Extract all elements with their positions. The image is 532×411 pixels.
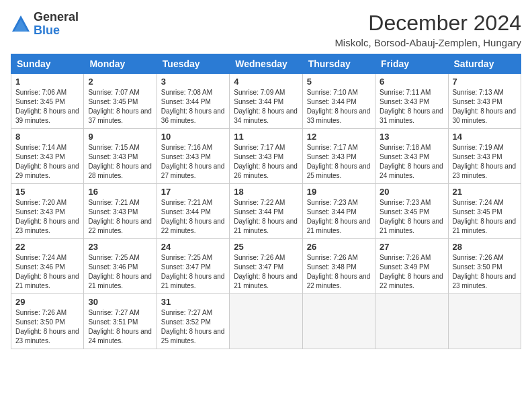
day-info: Sunrise: 7:22 AMSunset: 3:44 PMDaylight:…	[234, 198, 298, 236]
calendar-day-cell: 12Sunrise: 7:17 AMSunset: 3:43 PMDayligh…	[302, 129, 375, 184]
calendar-day-cell: 22Sunrise: 7:24 AMSunset: 3:46 PMDayligh…	[11, 239, 84, 294]
calendar-day-cell: 25Sunrise: 7:26 AMSunset: 3:47 PMDayligh…	[230, 239, 302, 294]
day-number: 19	[307, 187, 371, 197]
day-info: Sunrise: 7:26 AMSunset: 3:50 PMDaylight:…	[15, 308, 79, 346]
day-info: Sunrise: 7:27 AMSunset: 3:52 PMDaylight:…	[161, 308, 225, 346]
day-info: Sunrise: 7:21 AMSunset: 3:43 PMDaylight:…	[88, 198, 152, 236]
day-info: Sunrise: 7:26 AMSunset: 3:48 PMDaylight:…	[307, 253, 371, 291]
day-number: 15	[15, 187, 79, 197]
location-title: Miskolc, Borsod-Abauj-Zemplen, Hungary	[335, 37, 521, 48]
day-number: 29	[15, 297, 79, 307]
page-header: General Blue December 2024 Miskolc, Bors…	[11, 11, 521, 48]
calendar-header-tuesday: Tuesday	[157, 54, 229, 74]
logo: General Blue	[11, 11, 79, 38]
day-number: 30	[88, 297, 152, 307]
calendar-header-row: SundayMondayTuesdayWednesdayThursdayFrid…	[11, 54, 521, 74]
calendar-day-cell: 3Sunrise: 7:08 AMSunset: 3:44 PMDaylight…	[157, 74, 229, 129]
calendar-day-cell: 4Sunrise: 7:09 AMSunset: 3:44 PMDaylight…	[230, 74, 302, 129]
calendar-week-5: 29Sunrise: 7:26 AMSunset: 3:50 PMDayligh…	[11, 294, 521, 349]
day-number: 23	[88, 242, 152, 252]
calendar-day-cell: 10Sunrise: 7:16 AMSunset: 3:43 PMDayligh…	[157, 129, 229, 184]
day-number: 12	[307, 132, 371, 142]
calendar-day-cell: 18Sunrise: 7:22 AMSunset: 3:44 PMDayligh…	[230, 184, 302, 239]
calendar-day-cell: 7Sunrise: 7:13 AMSunset: 3:43 PMDaylight…	[448, 74, 521, 129]
day-info: Sunrise: 7:19 AMSunset: 3:43 PMDaylight:…	[453, 143, 517, 181]
calendar-day-cell: 26Sunrise: 7:26 AMSunset: 3:48 PMDayligh…	[302, 239, 375, 294]
calendar-header-wednesday: Wednesday	[230, 54, 302, 74]
calendar-day-cell	[448, 294, 521, 349]
calendar-week-4: 22Sunrise: 7:24 AMSunset: 3:46 PMDayligh…	[11, 239, 521, 294]
calendar-day-cell: 21Sunrise: 7:24 AMSunset: 3:45 PMDayligh…	[448, 184, 521, 239]
calendar-body: 1Sunrise: 7:06 AMSunset: 3:45 PMDaylight…	[11, 74, 521, 349]
calendar-day-cell: 19Sunrise: 7:23 AMSunset: 3:44 PMDayligh…	[302, 184, 375, 239]
calendar-day-cell: 24Sunrise: 7:25 AMSunset: 3:47 PMDayligh…	[157, 239, 229, 294]
day-number: 9	[88, 132, 152, 142]
calendar-day-cell: 17Sunrise: 7:21 AMSunset: 3:44 PMDayligh…	[157, 184, 229, 239]
day-number: 24	[161, 242, 225, 252]
day-number: 11	[234, 132, 298, 142]
day-info: Sunrise: 7:26 AMSunset: 3:50 PMDaylight:…	[453, 253, 517, 291]
month-title: December 2024	[335, 11, 521, 36]
calendar-day-cell: 28Sunrise: 7:26 AMSunset: 3:50 PMDayligh…	[448, 239, 521, 294]
calendar-week-1: 1Sunrise: 7:06 AMSunset: 3:45 PMDaylight…	[11, 74, 521, 129]
day-number: 3	[161, 77, 225, 87]
day-info: Sunrise: 7:17 AMSunset: 3:43 PMDaylight:…	[234, 143, 298, 181]
calendar-day-cell: 16Sunrise: 7:21 AMSunset: 3:43 PMDayligh…	[84, 184, 157, 239]
calendar-day-cell: 1Sunrise: 7:06 AMSunset: 3:45 PMDaylight…	[11, 74, 84, 129]
calendar-day-cell: 20Sunrise: 7:23 AMSunset: 3:45 PMDayligh…	[375, 184, 448, 239]
calendar-week-2: 8Sunrise: 7:14 AMSunset: 3:43 PMDaylight…	[11, 129, 521, 184]
calendar-day-cell: 23Sunrise: 7:25 AMSunset: 3:46 PMDayligh…	[84, 239, 157, 294]
calendar-day-cell: 8Sunrise: 7:14 AMSunset: 3:43 PMDaylight…	[11, 129, 84, 184]
day-info: Sunrise: 7:25 AMSunset: 3:46 PMDaylight:…	[88, 253, 152, 291]
day-number: 5	[307, 77, 371, 87]
logo-general-text: General	[34, 11, 79, 24]
day-info: Sunrise: 7:26 AMSunset: 3:49 PMDaylight:…	[380, 253, 443, 291]
calendar-day-cell: 13Sunrise: 7:18 AMSunset: 3:43 PMDayligh…	[375, 129, 448, 184]
day-number: 18	[234, 187, 298, 197]
day-info: Sunrise: 7:21 AMSunset: 3:44 PMDaylight:…	[161, 198, 225, 236]
calendar-day-cell: 31Sunrise: 7:27 AMSunset: 3:52 PMDayligh…	[157, 294, 229, 349]
day-info: Sunrise: 7:11 AMSunset: 3:43 PMDaylight:…	[380, 88, 443, 126]
day-number: 16	[88, 187, 152, 197]
calendar-week-3: 15Sunrise: 7:20 AMSunset: 3:43 PMDayligh…	[11, 184, 521, 239]
calendar-day-cell	[230, 294, 302, 349]
calendar-header-friday: Friday	[375, 54, 448, 74]
day-number: 13	[380, 132, 443, 142]
day-info: Sunrise: 7:20 AMSunset: 3:43 PMDaylight:…	[15, 198, 79, 236]
calendar-day-cell: 29Sunrise: 7:26 AMSunset: 3:50 PMDayligh…	[11, 294, 84, 349]
day-info: Sunrise: 7:09 AMSunset: 3:44 PMDaylight:…	[234, 88, 298, 126]
day-info: Sunrise: 7:25 AMSunset: 3:47 PMDaylight:…	[161, 253, 225, 291]
day-info: Sunrise: 7:17 AMSunset: 3:43 PMDaylight:…	[307, 143, 371, 181]
calendar-header-monday: Monday	[84, 54, 157, 74]
day-number: 2	[88, 77, 152, 87]
calendar-day-cell: 14Sunrise: 7:19 AMSunset: 3:43 PMDayligh…	[448, 129, 521, 184]
calendar-day-cell: 30Sunrise: 7:27 AMSunset: 3:51 PMDayligh…	[84, 294, 157, 349]
day-info: Sunrise: 7:24 AMSunset: 3:46 PMDaylight:…	[15, 253, 79, 291]
day-number: 26	[307, 242, 371, 252]
calendar-header-sunday: Sunday	[11, 54, 84, 74]
day-info: Sunrise: 7:07 AMSunset: 3:45 PMDaylight:…	[88, 88, 152, 126]
calendar-day-cell: 27Sunrise: 7:26 AMSunset: 3:49 PMDayligh…	[375, 239, 448, 294]
day-info: Sunrise: 7:16 AMSunset: 3:43 PMDaylight:…	[161, 143, 225, 181]
calendar-day-cell: 11Sunrise: 7:17 AMSunset: 3:43 PMDayligh…	[230, 129, 302, 184]
logo-text: General Blue	[34, 11, 79, 38]
day-info: Sunrise: 7:10 AMSunset: 3:44 PMDaylight:…	[307, 88, 371, 126]
day-info: Sunrise: 7:08 AMSunset: 3:44 PMDaylight:…	[161, 88, 225, 126]
calendar-header-saturday: Saturday	[448, 54, 521, 74]
day-info: Sunrise: 7:15 AMSunset: 3:43 PMDaylight:…	[88, 143, 152, 181]
logo-icon	[11, 14, 31, 34]
calendar-day-cell: 15Sunrise: 7:20 AMSunset: 3:43 PMDayligh…	[11, 184, 84, 239]
logo-blue-text: Blue	[34, 24, 79, 38]
calendar-day-cell: 6Sunrise: 7:11 AMSunset: 3:43 PMDaylight…	[375, 74, 448, 129]
day-number: 20	[380, 187, 443, 197]
day-number: 21	[453, 187, 517, 197]
day-number: 7	[453, 77, 517, 87]
day-number: 22	[15, 242, 79, 252]
day-number: 17	[161, 187, 225, 197]
calendar-day-cell	[375, 294, 448, 349]
day-number: 10	[161, 132, 225, 142]
calendar-day-cell: 9Sunrise: 7:15 AMSunset: 3:43 PMDaylight…	[84, 129, 157, 184]
calendar-day-cell: 5Sunrise: 7:10 AMSunset: 3:44 PMDaylight…	[302, 74, 375, 129]
calendar-header-thursday: Thursday	[302, 54, 375, 74]
day-info: Sunrise: 7:13 AMSunset: 3:43 PMDaylight:…	[453, 88, 517, 126]
